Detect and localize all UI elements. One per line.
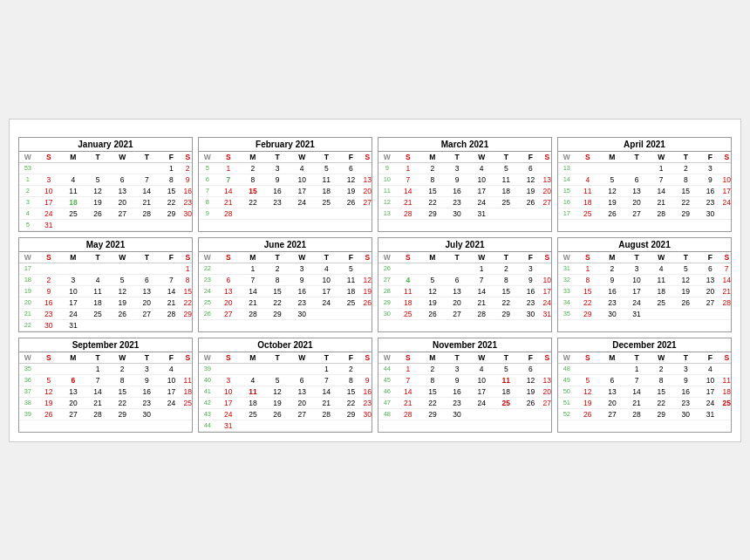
col-header: S	[396, 152, 420, 163]
day-cell: 1	[576, 263, 600, 274]
day-cell: 28	[85, 408, 110, 420]
col-header: T	[265, 252, 290, 263]
day-cell: 18	[314, 185, 338, 196]
day-cell	[110, 219, 134, 230]
day-cell: 3	[698, 162, 722, 174]
day-cell: 27	[445, 308, 469, 319]
day-cell: 26	[265, 408, 290, 420]
day-cell: 25	[494, 196, 518, 208]
day-cell: 13	[542, 174, 551, 185]
day-cell: 22	[110, 397, 134, 408]
col-header: S	[722, 352, 731, 364]
col-header: S	[576, 152, 600, 163]
week-number: 44	[378, 363, 396, 374]
week-number: 7	[199, 185, 216, 196]
day-cell: 5	[420, 274, 445, 285]
day-cell: 9	[600, 274, 624, 285]
day-cell: 26	[363, 297, 372, 308]
col-header: S	[216, 252, 241, 263]
day-cell: 11	[241, 386, 265, 397]
day-cell: 22	[576, 297, 600, 308]
col-header: T	[494, 252, 518, 263]
day-cell: 28	[396, 408, 420, 420]
day-cell: 21	[469, 297, 494, 308]
day-cell: 7	[624, 374, 649, 386]
week-number: 14	[558, 174, 576, 185]
day-cell	[445, 263, 469, 274]
day-cell: 21	[85, 397, 110, 408]
col-header: W	[649, 352, 673, 364]
day-cell: 18	[494, 185, 518, 196]
day-cell: 16	[518, 285, 542, 297]
day-cell	[110, 162, 134, 174]
day-cell: 30	[183, 208, 192, 219]
day-cell: 25	[338, 297, 363, 308]
week-number: 39	[199, 363, 216, 374]
col-header: S	[542, 352, 551, 364]
col-header: S	[576, 352, 600, 364]
col-header: S	[37, 352, 61, 364]
day-cell: 28	[624, 408, 649, 420]
day-cell	[110, 263, 134, 274]
day-cell	[183, 408, 192, 420]
month-block: December 2021WSMTWTFS4812344956789101150…	[557, 338, 732, 433]
month-block: January 2021WSMTWTFS53121345678921011121…	[18, 137, 193, 232]
day-cell	[722, 308, 731, 319]
day-cell: 2	[338, 363, 363, 374]
col-header: M	[420, 252, 445, 263]
day-cell: 3	[216, 374, 241, 386]
day-cell: 19	[518, 386, 542, 397]
day-cell: 14	[216, 185, 241, 196]
day-cell: 11	[183, 374, 192, 386]
col-header: F	[338, 152, 363, 163]
week-number: 22	[19, 319, 37, 331]
day-cell: 11	[396, 285, 420, 297]
day-cell: 25	[85, 308, 110, 319]
day-cell: 18	[649, 285, 673, 297]
month-title: November 2021	[378, 338, 551, 352]
day-cell: 3	[445, 162, 469, 174]
day-cell: 27	[542, 196, 551, 208]
col-header: T	[624, 352, 649, 364]
day-cell: 3	[624, 263, 649, 274]
day-cell: 26	[420, 308, 445, 319]
day-cell: 6	[338, 162, 363, 174]
day-cell: 21	[396, 397, 420, 408]
day-cell: 14	[469, 285, 494, 297]
day-cell: 2	[110, 363, 134, 374]
day-cell: 4	[314, 263, 338, 274]
col-header: M	[241, 252, 265, 263]
day-cell: 16	[600, 285, 624, 297]
week-number: 25	[199, 297, 216, 308]
day-cell: 31	[61, 319, 85, 331]
col-header: W	[558, 152, 576, 163]
day-cell: 28	[241, 308, 265, 319]
day-cell: 12	[85, 185, 110, 196]
day-cell	[576, 162, 600, 174]
week-number: 51	[558, 397, 576, 408]
col-header: W	[558, 252, 576, 263]
col-header: M	[420, 352, 445, 364]
day-cell: 19	[600, 196, 624, 208]
day-cell: 4	[698, 363, 722, 374]
day-cell: 8	[494, 274, 518, 285]
day-cell: 2	[600, 263, 624, 274]
day-cell: 31	[37, 219, 61, 230]
day-cell	[722, 408, 731, 420]
col-header: W	[469, 252, 494, 263]
day-cell	[265, 420, 290, 431]
month-table: WSMTWTFS17118234567819910111213141520161…	[19, 252, 192, 331]
col-header: T	[673, 352, 698, 364]
day-cell: 6	[600, 374, 624, 386]
col-header: S	[37, 152, 61, 163]
day-cell: 6	[134, 274, 159, 285]
day-cell: 27	[542, 397, 551, 408]
day-cell	[134, 219, 159, 230]
col-header: W	[199, 252, 216, 263]
col-header: W	[649, 252, 673, 263]
week-number: 18	[19, 274, 37, 285]
col-header: F	[698, 252, 722, 263]
day-cell: 13	[542, 374, 551, 386]
day-cell	[518, 208, 542, 219]
day-cell	[314, 208, 338, 219]
